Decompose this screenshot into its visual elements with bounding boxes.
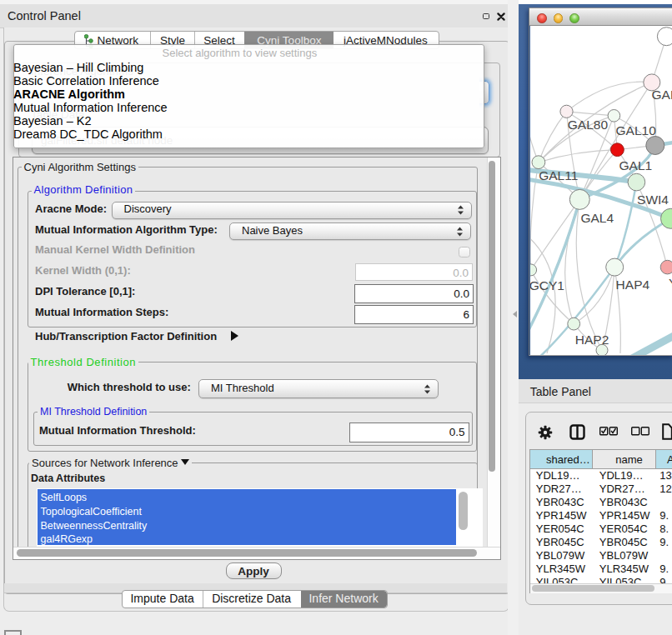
svg-text:GAL80: GAL80 <box>567 118 608 132</box>
svg-text:HAP4: HAP4 <box>615 278 649 292</box>
svg-text:GAL4: GAL4 <box>580 211 614 225</box>
svg-text:GAL10: GAL10 <box>615 123 656 138</box>
svg-text:SWI4: SWI4 <box>637 192 669 207</box>
svg-text:YM: YM <box>668 276 672 290</box>
svg-text:GAL1: GAL1 <box>619 158 652 172</box>
svg-text:GAL7: GAL7 <box>651 88 672 102</box>
svg-text:HAP2: HAP2 <box>574 332 609 347</box>
svg-text:GCY1: GCY1 <box>530 279 564 293</box>
svg-text:GAL11: GAL11 <box>539 168 578 182</box>
